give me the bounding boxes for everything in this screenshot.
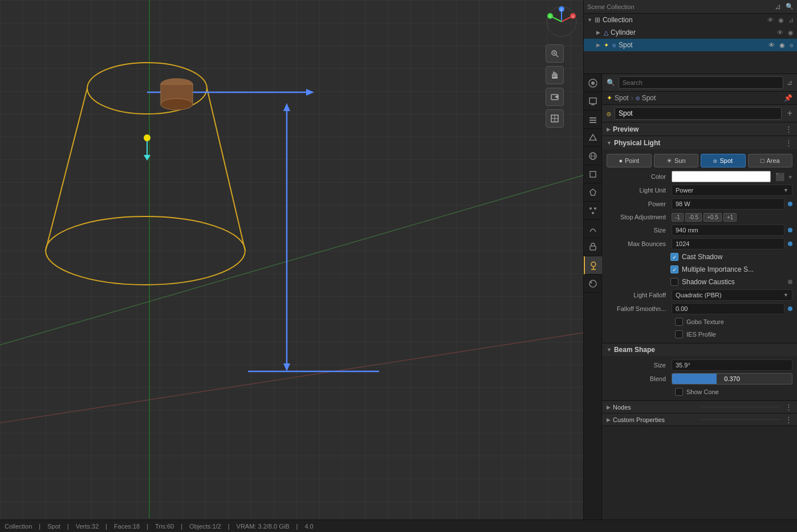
light-type-point[interactable]: ● Point: [607, 154, 652, 167]
tab-constraints[interactable]: [584, 238, 602, 256]
blend-slider[interactable]: 0.370: [672, 373, 792, 384]
light-type-row: ● Point ☀ Sun ⌾ Spot: [602, 152, 797, 170]
status-bar: Collection | Spot | Verts:32 | Faces:18 …: [0, 519, 797, 532]
properties-search-header: 🔍 ⊿: [602, 74, 797, 92]
tab-particles[interactable]: [584, 202, 602, 220]
color-picker-icon[interactable]: ⬛: [775, 173, 784, 181]
outliner-item-cylinder[interactable]: ▶ △ Cylinder 👁 ◉: [584, 26, 797, 39]
section-nodes-header[interactable]: ▶ Nodes ⋮: [602, 401, 797, 414]
light-type-spot[interactable]: ⌾ Spot: [701, 154, 746, 167]
tab-output[interactable]: [584, 92, 602, 111]
ies-profile-checkbox[interactable]: [675, 330, 683, 338]
collection-visibility-icon[interactable]: 👁: [767, 17, 774, 23]
section-beam-shape-content: Size 35.9° Blend 0.370: [602, 356, 797, 400]
breadcrumb-spot2[interactable]: Spot: [642, 94, 656, 102]
tab-object-data[interactable]: [584, 256, 602, 275]
svg-rect-51: [590, 171, 596, 177]
orthographic-tool[interactable]: [546, 109, 564, 128]
multiple-importance-checkbox[interactable]: ✓: [670, 265, 678, 273]
beam-size-value[interactable]: 35.9°: [672, 359, 792, 371]
sun-icon: ☀: [666, 157, 672, 165]
preview-collapse-icon: ▶: [607, 126, 611, 132]
svg-point-54: [592, 212, 594, 214]
cylinder-render-icon[interactable]: ◉: [788, 29, 794, 36]
spot-visibility-icon[interactable]: 👁: [768, 42, 775, 48]
object-name-input[interactable]: [615, 107, 782, 120]
gobo-texture-checkbox[interactable]: [675, 318, 683, 326]
tab-render[interactable]: [584, 74, 602, 92]
color-swatch[interactable]: [672, 171, 771, 182]
max-bounces-value[interactable]: 1024: [672, 238, 784, 249]
collection-filter-icon[interactable]: ⊿: [788, 17, 794, 24]
show-cone-checkbox[interactable]: [675, 388, 683, 396]
view-gizmo[interactable]: Z X Y: [546, 6, 578, 38]
section-beam-shape-title: Beam Shape: [614, 346, 792, 354]
filter-icon[interactable]: ⊿: [787, 79, 792, 87]
shadow-caustics-checkbox[interactable]: [670, 278, 678, 286]
light-falloff-dropdown[interactable]: Quadratic (PBR) ▼: [672, 289, 792, 301]
light-type-sun[interactable]: ☀ Sun: [654, 154, 699, 167]
outliner-item-collection[interactable]: ▼ ⊞ Collection 👁 ◉ ⊿: [584, 14, 797, 26]
light-unit-value: Power: [676, 187, 693, 194]
section-physical-light-header[interactable]: ▼ Physical Light ⋮: [602, 136, 797, 149]
obj-name-new-icon[interactable]: +: [787, 108, 792, 118]
blend-row: Blend 0.370: [602, 372, 797, 386]
light-falloff-value: Quadratic (PBR): [676, 292, 722, 298]
outliner-filter-icon[interactable]: ⊿: [775, 2, 781, 11]
cast-shadow-row: ✓ Cast Shadow: [602, 251, 797, 263]
size-value[interactable]: 940 mm: [672, 224, 784, 236]
cylinder-icon: △: [604, 29, 608, 36]
tab-scene[interactable]: [584, 129, 602, 147]
zoom-tool[interactable]: [546, 44, 564, 63]
power-value[interactable]: 98 W: [672, 198, 784, 210]
cylinder-visibility-icon[interactable]: 👁: [777, 29, 783, 36]
falloff-smooth-value[interactable]: 0.00: [672, 303, 784, 314]
tab-modifier[interactable]: [584, 183, 602, 202]
status-vram: VRAM: 3.2/8.0 GiB: [237, 523, 290, 530]
right-panel: Scene Collection ⊿ 🔍 ▼ ⊞ Collection 👁 ◉ …: [583, 0, 797, 519]
tab-object[interactable]: [584, 165, 602, 183]
max-bounces-row: Max Bounces 1024: [602, 237, 797, 251]
shadow-caustics-row: Shadow Caustics: [602, 276, 797, 288]
nodes-menu-icon[interactable]: ⋮: [785, 403, 792, 411]
step-btn-pos05[interactable]: +0.5: [704, 213, 722, 222]
light-type-area[interactable]: □ Area: [748, 154, 793, 167]
grab-tool[interactable]: [546, 66, 564, 84]
custom-props-menu-icon[interactable]: ⋮: [785, 415, 792, 424]
step-btn-pos1[interactable]: +1: [723, 213, 737, 222]
collection-render-icon[interactable]: ◉: [778, 17, 784, 24]
tab-world[interactable]: [584, 147, 602, 165]
section-custom-props-header[interactable]: ▶ Custom Properties ⋮: [602, 414, 797, 426]
step-btn-neg1[interactable]: -1: [672, 213, 684, 222]
power-display: 98 W: [676, 200, 690, 207]
tab-physics[interactable]: [584, 220, 602, 238]
outliner-item-spot[interactable]: ▶ ✦ ⌾ Spot 👁 ◉ ⌾: [584, 39, 797, 51]
spot-render-icon[interactable]: ◉: [779, 42, 785, 49]
camera-view-tool[interactable]: [546, 88, 564, 106]
step-btn-neg05[interactable]: -0.5: [685, 213, 702, 222]
status-objects: Objects:1/2: [189, 523, 221, 530]
spot-name: Spot: [619, 41, 766, 49]
section-menu-icon[interactable]: ⋮: [785, 125, 792, 133]
sun-label: Sun: [674, 157, 686, 164]
color-add-icon[interactable]: +: [788, 173, 792, 181]
spot-filter-icon[interactable]: ⌾: [790, 42, 794, 48]
status-separator-2: |: [67, 523, 69, 530]
breadcrumb-spot1[interactable]: Spot: [615, 94, 629, 102]
light-unit-dropdown[interactable]: Power ▼: [672, 185, 792, 196]
cast-shadow-checkbox[interactable]: ✓: [670, 253, 678, 261]
section-preview-header[interactable]: ▶ Preview ⋮: [602, 122, 797, 136]
physical-light-menu-icon[interactable]: ⋮: [785, 138, 792, 147]
tab-view-layer[interactable]: [584, 111, 602, 129]
custom-props-expand-icon: ▶: [607, 417, 611, 423]
section-beam-shape-header[interactable]: ▼ Beam Shape: [602, 343, 797, 356]
ies-profile-label: IES Profile: [686, 331, 716, 338]
search-input[interactable]: [619, 76, 783, 89]
breadcrumb-pin-icon[interactable]: 📌: [784, 94, 792, 102]
tab-material[interactable]: [584, 275, 602, 293]
outliner-search-icon[interactable]: 🔍: [786, 3, 794, 10]
svg-rect-44: [589, 117, 596, 118]
viewport[interactable]: Z X Y: [0, 0, 583, 519]
beam-shape-collapse-icon: ▼: [607, 347, 612, 353]
svg-marker-35: [555, 95, 558, 99]
